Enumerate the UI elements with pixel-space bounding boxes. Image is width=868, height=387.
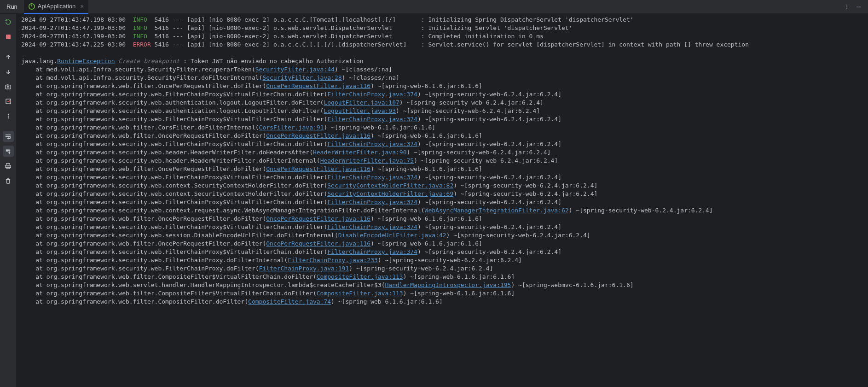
stack-source-link[interactable]: SecurityContextHolderFilter.java:82 [327, 182, 453, 189]
stack-source-link[interactable]: SecurityFilter.java:28 [262, 74, 341, 81]
stack-source-link[interactable]: WebAsyncManagerIntegrationFilter.java:62 [425, 207, 569, 214]
log-level: ERROR [133, 41, 151, 48]
stack-source-link[interactable]: HeaderWriterFilter.java:75 [320, 157, 414, 164]
step-down-icon[interactable] [3, 66, 14, 77]
stack-source-link[interactable]: FilterChainProxy.java:191 [259, 265, 349, 272]
svg-point-3 [846, 8, 847, 9]
stack-source-link[interactable]: FilterChainProxy.java:374 [327, 91, 417, 98]
stack-source-link[interactable]: HeaderWriterFilter.java:90 [313, 149, 407, 156]
console-text: 2024-09-27T01:43:47.198-03:00 INFO 5416 … [21, 16, 864, 306]
print-icon[interactable] [3, 160, 14, 171]
svg-rect-5 [6, 35, 11, 39]
svg-point-10 [7, 114, 8, 115]
soft-wrap-icon[interactable] [3, 131, 14, 142]
console-output[interactable]: 2024-09-27T01:43:47.198-03:00 INFO 5416 … [17, 14, 868, 387]
svg-rect-4 [856, 6, 861, 7]
run-tool-window-label: Run [0, 3, 24, 10]
svg-point-2 [846, 6, 847, 7]
stack-source-link[interactable]: FilterChainProxy.java:374 [327, 174, 417, 181]
close-tab-icon[interactable]: × [80, 3, 84, 10]
stack-source-link[interactable]: FilterChainProxy.java:374 [327, 116, 417, 123]
clear-all-icon[interactable] [3, 175, 14, 186]
stack-source-link[interactable]: LogoutFilter.java:93 [324, 107, 396, 114]
step-up-icon[interactable] [3, 52, 14, 63]
stack-source-link[interactable]: OncePerRequestFilter.java:116 [266, 215, 370, 222]
stack-source-link[interactable]: SecurityContextHolderFilter.java:69 [327, 190, 453, 197]
stop-button[interactable] [3, 31, 14, 42]
stack-source-link[interactable]: LogoutFilter.java:107 [324, 99, 399, 106]
more-vert-icon[interactable] [3, 111, 14, 122]
stack-source-link[interactable]: SecurityFilter.java:44 [255, 66, 335, 73]
export-icon[interactable] [3, 96, 14, 107]
stack-source-link[interactable]: CorsFilter.java:91 [259, 124, 324, 131]
stack-source-link[interactable]: HandlerMappingIntrospector.java:195 [385, 281, 511, 288]
stack-source-link[interactable]: DisableEncodeUrlFilter.java:42 [338, 232, 446, 239]
svg-point-11 [7, 116, 8, 117]
stack-source-link[interactable]: FilterChainProxy.java:374 [327, 223, 417, 230]
stack-source-link[interactable]: FilterChainProxy.java:374 [327, 199, 417, 205]
svg-rect-15 [7, 167, 10, 169]
spring-boot-icon [29, 3, 35, 10]
log-level: INFO [133, 33, 151, 40]
scroll-to-end-icon[interactable] [3, 146, 14, 157]
run-left-toolbar [0, 14, 17, 387]
stack-source-link[interactable]: OncePerRequestFilter.java:116 [266, 240, 370, 247]
stack-source-link[interactable]: FilterChainProxy.java:233 [288, 257, 378, 264]
run-tab-bar: Run ApiApplication × [0, 0, 868, 14]
svg-rect-8 [7, 84, 9, 85]
stack-source-link[interactable]: OncePerRequestFilter.java:116 [266, 132, 370, 139]
log-level: INFO [133, 16, 151, 23]
stack-source-link[interactable]: CompositeFilter.java:113 [317, 290, 403, 297]
run-config-tab[interactable]: ApiApplication × [24, 0, 89, 14]
stack-source-link[interactable]: CompositeFilter.java:74 [248, 298, 331, 305]
exception-class-link[interactable]: RuntimeException [57, 58, 115, 64]
stack-source-link[interactable]: OncePerRequestFilter.java:116 [266, 165, 370, 172]
run-config-tab-label: ApiApplication [38, 3, 75, 10]
stack-source-link[interactable]: FilterChainProxy.java:374 [327, 141, 417, 147]
stack-source-link[interactable]: CompositeFilter.java:113 [317, 273, 403, 280]
more-vert-icon[interactable] [843, 3, 851, 11]
stack-source-link[interactable]: OncePerRequestFilter.java:116 [266, 82, 370, 89]
minimize-icon[interactable] [855, 3, 862, 11]
log-level: INFO [133, 24, 151, 31]
svg-point-1 [846, 4, 847, 5]
screenshot-icon[interactable] [3, 81, 14, 92]
svg-point-12 [7, 117, 8, 118]
create-breakpoint-link[interactable]: Create breakpoint [118, 58, 179, 64]
rerun-button[interactable] [3, 17, 14, 28]
stack-source-link[interactable]: FilterChainProxy.java:374 [327, 248, 417, 255]
svg-rect-6 [6, 85, 11, 88]
svg-point-7 [7, 86, 9, 88]
